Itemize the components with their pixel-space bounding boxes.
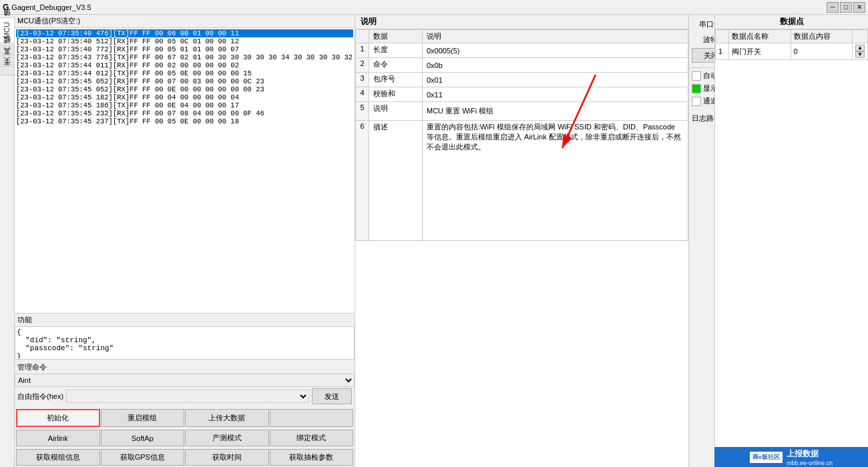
forum-text: 商e板社区	[752, 454, 780, 460]
middle-header: 说明	[355, 15, 688, 29]
maximize-button[interactable]: □	[840, 2, 852, 13]
dp-col-spinner	[853, 30, 868, 43]
datapoint-header: 数据点	[715, 15, 868, 29]
checkbox[interactable]	[692, 84, 701, 93]
row-data-label: 描述	[369, 121, 423, 241]
upload-banner[interactable]: 商e板社区 上报数据 mbb.ee-online.cn	[714, 447, 868, 467]
col-desc-header: 说明	[423, 30, 688, 43]
upload-label: 上报数据	[787, 448, 819, 460]
row-num: 3	[356, 73, 369, 87]
log-line[interactable]: [23-03-12 07:35:43 776][TX]FF FF 00 67 0…	[16, 53, 353, 61]
sidebar-item-about[interactable]: 关于	[0, 66, 15, 75]
cmd-button[interactable]: Airlink	[16, 430, 100, 446]
table-row: 3 包序号 0x01	[356, 73, 688, 87]
send-button[interactable]: 发送	[312, 388, 352, 404]
command-label: 管理命令	[15, 361, 355, 374]
middle-panel: 说明 数据 说明 1 长度 0x0005(5) 2 命令 0x0b	[355, 15, 689, 467]
free-cmd-row: 自由指令(hex) 发送	[17, 388, 352, 404]
dp-row-value: 0	[791, 43, 853, 60]
dp-col-value: 数据点内容	[791, 30, 853, 43]
desc-table: 数据 说明 1 长度 0x0005(5) 2 命令 0x0b 3 包序号 0x0…	[355, 29, 688, 241]
free-cmd-select[interactable]	[66, 390, 309, 403]
cmd-buttons-row3: 获取模组信息获取GPS信息获取时间获取抽检参数	[15, 448, 355, 467]
checkbox[interactable]	[692, 97, 701, 106]
mcu-log[interactable]: [23-03-12 07:35:40 476][TX]FF FF 00 06 0…	[15, 28, 355, 313]
cmd-button[interactable]: 绑定模式	[270, 430, 354, 446]
titlebar-left: G Gagent_Debugger_V3.5	[3, 3, 91, 12]
spinner-down[interactable]: ▼	[855, 51, 865, 58]
cmd-buttons-row2: AirlinkSoftAp产测模式绑定模式	[15, 428, 355, 448]
command-select[interactable]: Aint	[15, 374, 355, 387]
row-data-value: 0x0005(5)	[423, 43, 688, 58]
mcu-header-title: MCU通信(PS清空:)	[17, 16, 80, 26]
table-row: 5 说明 MCU 重置 WiFi 模组	[356, 102, 688, 121]
table-row: 6 描述 重置的内容包括:WiFi 模组保存的局域网 WiFi SSID 和密码…	[356, 121, 688, 241]
row-data-value: 重置的内容包括:WiFi 模组保存的局域网 WiFi SSID 和密码、DID、…	[423, 121, 688, 241]
cmd-button[interactable]: 获取抽检参数	[270, 449, 354, 466]
log-line[interactable]: [23-03-12 07:35:44 011][RX]FF FF 00 02 0…	[16, 61, 353, 69]
function-textarea[interactable]	[15, 326, 355, 360]
spinner-up[interactable]: ▲	[855, 45, 865, 51]
datapoint-panel: 数据点 数据点名称 数据点内容 1 阀门开关 0 ▲ ▼	[714, 15, 868, 467]
sidebar-item-mcu[interactable]: MCU通信	[0, 17, 15, 43]
datapoint-table: 数据点名称 数据点内容 1 阀门开关 0 ▲ ▼	[715, 29, 868, 467]
minimize-button[interactable]: ─	[827, 2, 839, 13]
row-data-value: 0x11	[423, 87, 688, 102]
description-table: 数据 说明 1 长度 0x0005(5) 2 命令 0x0b 3 包序号 0x0…	[355, 29, 688, 467]
table-row: 2 命令 0x0b	[356, 58, 688, 73]
cmd-button[interactable]: 上传大数据	[185, 409, 269, 427]
row-num: 5	[356, 102, 369, 121]
row-data-value: 0x01	[423, 73, 688, 87]
log-line[interactable]: [23-03-12 07:35:45 186][TX]FF FF 00 0E 0…	[16, 101, 353, 109]
dp-row-num: 1	[716, 43, 729, 60]
cmd-button[interactable]: SoftAp	[101, 430, 185, 446]
function-area: 功能 管理命令 Aint 自由指令(hex) 发送 初始化重启模组上传大数据	[15, 313, 355, 467]
table-row: 4 校验和 0x11	[356, 87, 688, 102]
row-data-label: 说明	[369, 102, 423, 121]
log-line[interactable]: [23-03-12 07:35:40 512][RX]FF FF 00 05 0…	[16, 37, 353, 45]
dp-table: 数据点名称 数据点内容 1 阀门开关 0 ▲ ▼	[715, 29, 868, 60]
log-line[interactable]: [23-03-12 07:35:45 237][TX]FF FF 00 05 0…	[16, 117, 353, 125]
table-row: 1 长度 0x0005(5)	[356, 43, 688, 58]
row-data-label: 包序号	[369, 73, 423, 87]
titlebar: G Gagent_Debugger_V3.5 ─ □ ✕	[0, 0, 868, 15]
row-data-label: 长度	[369, 43, 423, 58]
row-data-value: 0x0b	[423, 58, 688, 73]
sidebar-item-mode[interactable]: 模式	[0, 45, 15, 54]
log-line[interactable]: [23-03-12 07:35:45 232][RX]FF FF 00 07 0…	[16, 109, 353, 117]
cmd-button[interactable]: 产测模式	[185, 430, 269, 446]
cmd-button[interactable]: 重启模组	[101, 409, 185, 427]
forum-logo: 商e板社区	[750, 452, 783, 463]
cmd-button[interactable]: 获取模组信息	[16, 449, 100, 466]
sidebar-item-tools[interactable]: 工具	[0, 55, 15, 65]
checkbox[interactable]	[692, 71, 701, 81]
row-num: 1	[356, 43, 369, 58]
col-data-header: 数据	[369, 30, 423, 43]
row-data-label: 校验和	[369, 87, 423, 102]
table-row: 1 阀门开关 0 ▲ ▼	[716, 43, 868, 60]
mcu-header: MCU通信(PS清空:)	[15, 15, 355, 28]
dp-spinner[interactable]: ▲ ▼	[853, 43, 868, 60]
row-num: 4	[356, 87, 369, 102]
log-line[interactable]: [23-03-12 07:35:40 772][RX]FF FF 00 05 0…	[16, 45, 353, 53]
left-panel: MCU通信(PS清空:) [23-03-12 07:35:40 476][TX]…	[15, 15, 355, 467]
cmd-button[interactable]: 获取GPS信息	[101, 449, 185, 466]
app-title: Gagent_Debugger_V3.5	[11, 3, 91, 11]
dp-col-num	[716, 30, 729, 43]
log-line[interactable]: [23-03-12 07:35:45 052][RX]FF FF 00 0E 0…	[16, 85, 353, 93]
close-button[interactable]: ✕	[853, 2, 865, 13]
row-num: 2	[356, 58, 369, 73]
sidebar: MCU通信 模式 工具 关于	[0, 15, 15, 467]
log-line[interactable]: [23-03-12 07:35:40 476][TX]FF FF 00 06 0…	[16, 29, 353, 37]
cmd-button[interactable]	[270, 409, 354, 427]
col-num-header	[356, 30, 369, 43]
log-line[interactable]: [23-03-12 07:35:45 182][RX]FF FF 00 04 0…	[16, 93, 353, 101]
log-line[interactable]: [23-03-12 07:35:44 012][TX]FF FF 00 05 0…	[16, 69, 353, 77]
titlebar-right: ─ □ ✕	[827, 2, 865, 13]
free-cmd-area: 自由指令(hex) 发送	[15, 387, 355, 408]
log-line[interactable]: [23-03-12 07:35:45 052][RX]FF FF 00 07 0…	[16, 77, 353, 85]
row-data-value: MCU 重置 WiFi 模组	[423, 102, 688, 121]
cmd-button[interactable]: 初始化	[16, 409, 100, 427]
cmd-button[interactable]: 获取时间	[185, 449, 269, 466]
app-icon: G	[3, 3, 9, 12]
